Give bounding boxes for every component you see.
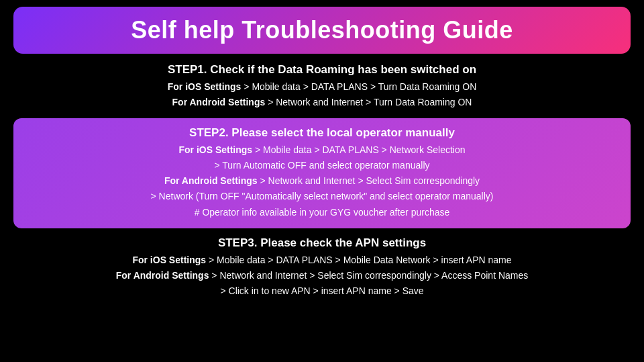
step2-ios-bold: For iOS Settings [178,144,252,155]
step1-android-bold: For Android Settings [172,97,266,107]
step3-line3: > Click in to new APN > insert APN name … [13,283,631,299]
step2-title: STEP2. Please select the local operator … [24,126,620,140]
step1-ios-bold: For iOS Settings [168,81,241,92]
step3-title: STEP3. Please check the APN settings [13,236,631,250]
step2-line4: > Network (Turn OFF "Automatically selec… [24,189,620,204]
main-title: Self help Troubleshooting Guide [131,16,513,44]
step3-ios-rest: > Mobile data > DATA PLANS > Mobile Data… [206,255,511,265]
step3-section: STEP3. Please check the APN settings For… [13,236,631,299]
step2-line2: > Turn Automatic OFF and select operator… [24,158,620,173]
step3-android-bold: For Android Settings [116,270,209,281]
step1-android-rest: > Network and Internet > Turn Data Roami… [265,97,472,107]
step3-android-rest: > Network and Internet > Select Sim corr… [209,270,528,281]
title-banner: Self help Troubleshooting Guide [13,7,631,54]
step3-line1: For iOS Settings > Mobile data > DATA PL… [13,253,631,268]
step1-line1: For iOS Settings > Mobile data > DATA PL… [13,79,631,95]
step2-ios-rest: > Mobile data > DATA PLANS > Network Sel… [252,144,465,155]
step2-section: STEP2. Please select the local operator … [13,118,631,228]
step1-section: STEP1. Check if the Data Roaming has bee… [13,63,631,110]
step1-ios-rest: > Mobile data > DATA PLANS > Turn Data R… [241,81,476,92]
step3-line2: For Android Settings > Network and Inter… [13,268,631,283]
step2-line3: For Android Settings > Network and Inter… [24,173,620,189]
step1-title: STEP1. Check if the Data Roaming has bee… [13,63,631,77]
step2-android-bold: For Android Settings [164,175,258,186]
step2-line5: # Operator info available in your GYG vo… [24,205,620,220]
step3-ios-bold: For iOS Settings [132,255,206,265]
step1-line2: For Android Settings > Network and Inter… [13,95,631,110]
step2-line1: For iOS Settings > Mobile data > DATA PL… [24,142,620,158]
step2-android-rest: > Network and Internet > Select Sim corr… [258,175,480,186]
